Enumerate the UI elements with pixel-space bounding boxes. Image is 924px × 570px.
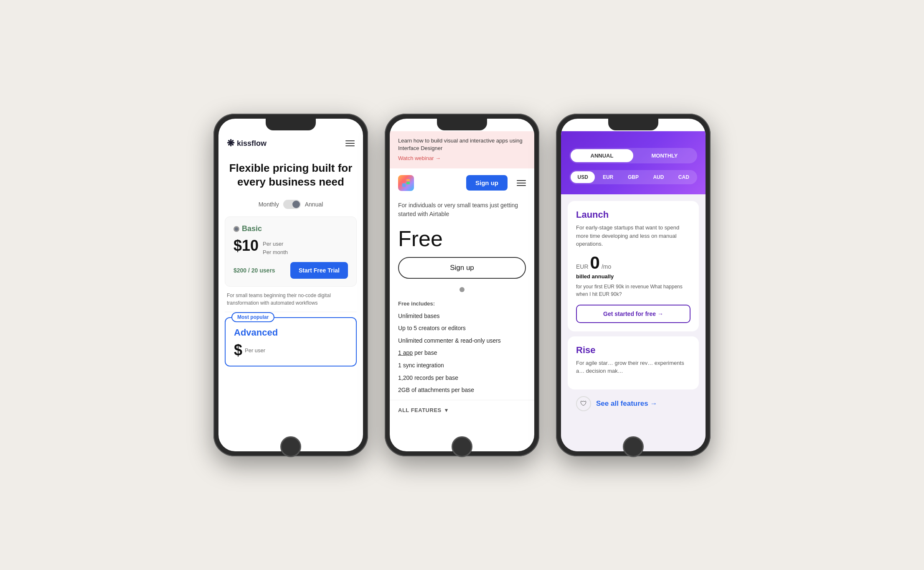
svg-rect-3 [402,183,406,187]
at-banner: Learn how to build visual and interactiv… [390,131,534,168]
rise-plan-description: For agile star… grow their rev… experime… [576,359,690,375]
kissflow-logo-text: kissflow [237,139,267,148]
phone-pricefx: ANNUAL MONTHLY USD EUR GBP AUD CAD [556,114,711,456]
phone2-screen: Learn how to build visual and interactiv… [390,119,534,451]
currency-aud[interactable]: AUD [646,171,670,183]
feature-item: Unlimited commenter & read-only users [398,335,526,347]
kf-logo: ❋ kissflow [227,138,267,149]
feature-item: 2GB of attachments per base [398,384,526,397]
feature-item: Up to 5 creators or editors [398,322,526,335]
launch-price-period: /mo [602,263,611,270]
pf-billing-toggle: ANNUAL MONTHLY [569,148,697,163]
phone-home-button-2[interactable] [452,436,472,457]
at-features-label: Free includes: [390,299,534,310]
pf-top-bar: ANNUAL MONTHLY USD EUR GBP AUD CAD [561,131,706,194]
kf-hero: Flexible pricing built for every busines… [218,153,363,195]
at-signup-outline-button[interactable]: Sign up [398,257,526,279]
pf-currency-row: USD EUR GBP AUD CAD [569,170,697,184]
launch-plan-card: Launch For early-stage startups that wan… [568,201,699,331]
at-header: Sign up [390,168,534,198]
kf-header: ❋ kissflow [218,131,363,153]
at-price-heading: Free [390,224,534,257]
at-all-features-link[interactable]: ALL FEATURES ▾ [390,400,534,420]
airtable-hamburger[interactable] [517,180,526,186]
launch-currency-label: EUR [576,263,589,270]
advanced-plan-card: Most popular Advanced $ Per user [225,317,357,366]
basic-price-row: $10 Per user Per month [234,238,348,256]
at-all-features-text: ALL FEATURES [398,407,442,413]
phone-kissflow: ❋ kissflow Flexible pricing built for ev… [213,114,368,456]
monthly-billing-button[interactable]: MONTHLY [633,149,696,162]
airtable-logo [398,175,414,191]
basic-plan-dot [234,226,239,232]
currency-gbp[interactable]: GBP [621,171,645,183]
launch-plan-title: Launch [576,209,690,220]
feature-item: 1 sync integration [398,359,526,372]
phone-airtable: Learn how to build visual and interactiv… [385,114,539,456]
phone1-screen: ❋ kissflow Flexible pricing built for ev… [218,119,363,451]
at-features-list: Unlimited bases Up to 5 creators or edit… [390,310,534,397]
advanced-price: $ [234,341,242,359]
advanced-price-row: $ Per user [234,341,348,359]
at-plan-description: For individuals or very small teams just… [390,198,534,224]
svg-rect-2 [406,182,410,184]
basic-total: $200 / 20 users [234,267,275,274]
basic-price-meta: Per user Per month [263,238,288,256]
airtable-signup-button[interactable]: Sign up [466,175,508,191]
monthly-label: Monthly [259,201,279,208]
phone3-screen: ANNUAL MONTHLY USD EUR GBP AUD CAD [561,119,706,451]
basic-total-cta-row: $200 / 20 users Start Free Trial [234,262,348,279]
get-started-free-button[interactable]: Get started for free → [576,305,690,323]
feature-item: 1,200 records per base [398,372,526,384]
advanced-plan-name: Advanced [234,327,348,338]
kissflow-logo-icon: ❋ [227,138,234,149]
billing-toggle-row: Monthly Annual [218,195,363,216]
basic-plan-card: Basic $10 Per user Per month $200 / 20 u… [225,216,357,287]
feature-item: 1 app per base [398,347,526,359]
rise-plan-card: Rise For agile star… grow their rev… exp… [568,336,699,389]
phone-notch [266,119,316,130]
launch-billed: billed annually [576,273,690,280]
currency-usd[interactable]: USD [571,171,595,183]
currency-cad[interactable]: CAD [672,171,696,183]
shield-icon: 🛡 [576,396,591,411]
phone-notch-2 [437,119,487,130]
billing-toggle-switch[interactable] [283,200,301,209]
start-free-trial-button[interactable]: Start Free Trial [290,262,348,279]
basic-price: $10 [234,238,259,253]
svg-rect-0 [402,179,406,183]
phone-home-button-3[interactable] [623,436,644,457]
at-scroll-indicator [459,287,465,292]
kf-hero-title: Flexible pricing built for every busines… [229,161,353,188]
see-all-features-link[interactable]: See all features → [596,400,657,408]
phone-notch-3 [608,119,658,130]
pf-cards-area: Launch For early-stage startups that wan… [561,194,706,451]
annual-label: Annual [305,201,323,208]
hamburger-menu[interactable] [345,140,355,146]
phone-home-button[interactable] [280,436,301,457]
annual-billing-button[interactable]: ANNUAL [571,149,633,162]
launch-plan-description: For early-stage startups that want to sp… [576,224,690,248]
launch-billed-note: for your first EUR 90k in revenue What h… [576,283,690,298]
svg-rect-1 [406,179,410,181]
feature-item: Unlimited bases [398,310,526,323]
basic-plan-name: Basic [242,224,262,233]
advanced-price-meta: Per user [245,347,265,354]
currency-eur[interactable]: EUR [596,171,620,183]
most-popular-badge: Most popular [231,312,274,322]
at-banner-text: Learn how to build visual and interactiv… [398,137,523,151]
at-banner-link[interactable]: Watch webinar → [398,155,526,162]
basic-plan-description: For small teams beginning their no-code … [225,292,357,307]
launch-price-row: EUR 0 /mo [576,254,690,272]
chevron-down-icon: ▾ [445,407,448,413]
rise-plan-title: Rise [576,345,690,356]
basic-plan-name-row: Basic [234,224,348,233]
pf-footer: 🛡 See all features → [568,389,699,418]
launch-price-num: 0 [590,254,600,272]
